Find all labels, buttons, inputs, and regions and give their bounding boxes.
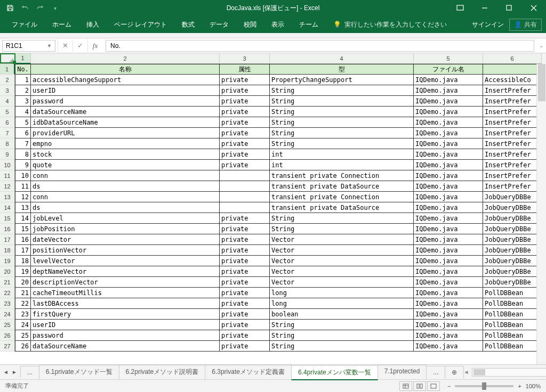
cell[interactable]: 22 [15,298,31,309]
horizontal-scrollbar[interactable] [472,368,546,377]
cell[interactable]: String [270,330,414,341]
cell[interactable]: dateVector [31,234,220,245]
cell[interactable]: IQDemo.java [414,341,483,352]
cell[interactable]: PollDBBean [483,320,542,330]
cell[interactable]: String [270,96,414,107]
cell[interactable]: int [270,160,414,170]
cell[interactable]: IQDemo.java [414,320,483,330]
cell[interactable]: 11 [15,181,31,192]
row-header[interactable]: 5 [0,107,15,117]
cell[interactable]: IQDemo.java [414,192,483,202]
cell[interactable]: private [220,128,270,138]
row-header[interactable]: 18 [0,245,15,256]
table-header-cell[interactable]: No. [15,64,31,75]
row-header[interactable]: 26 [0,330,15,341]
cell[interactable]: IQDemo.java [414,234,483,245]
cell[interactable]: IQDemo.java [414,330,483,341]
cell[interactable] [220,170,270,181]
cell[interactable]: stock [31,149,220,160]
cell[interactable]: jobLevel [31,213,220,224]
cell[interactable]: providerURL [31,128,220,138]
cell[interactable]: transient private Connection [270,170,414,181]
cell[interactable]: IQDemo.java [414,256,483,266]
cell[interactable]: Vector [270,266,414,277]
cell[interactable]: 2 [15,85,31,96]
row-header[interactable]: 22 [0,288,15,298]
cell[interactable]: PollDBBean [483,288,542,298]
cell[interactable]: 25 [15,330,31,341]
row-header[interactable]: 21 [0,277,15,288]
row-header[interactable]: 27 [0,341,15,352]
cell[interactable]: 6 [15,128,31,138]
tab-page-layout[interactable]: ページ レイアウト [107,16,174,33]
row-header[interactable]: 24 [0,309,15,320]
cell[interactable]: InsertPrefer [483,96,542,107]
sheet-nav-next[interactable]: ► [12,369,17,375]
cell[interactable]: String [270,320,414,330]
cell[interactable]: long [270,298,414,309]
cell[interactable]: IQDemo.java [414,245,483,256]
expand-formula-icon[interactable]: ⌄ [536,43,546,48]
cell[interactable]: 10 [15,170,31,181]
cell[interactable]: transient private Connection [270,192,414,202]
cell[interactable]: ds [31,202,220,213]
tell-me-search[interactable]: 💡 実行したい作業を入力してください [326,16,454,33]
redo-icon[interactable] [33,2,47,14]
cell[interactable]: String [270,128,414,138]
qat-customize-icon[interactable]: ▾ [48,2,62,14]
cell[interactable]: 17 [15,245,31,256]
cell[interactable]: IQDemo.java [414,288,483,298]
cell[interactable]: private [220,277,270,288]
cell[interactable]: JobQueryDBBe [483,234,542,245]
sheet-tab[interactable]: 7.1protected [378,365,427,380]
cell[interactable]: long [270,288,414,298]
tab-formulas[interactable]: 数式 [174,16,202,33]
cell[interactable]: private [220,309,270,320]
cell[interactable]: IQDemo.java [414,149,483,160]
cell[interactable]: String [270,85,414,96]
zoom-slider[interactable] [455,385,513,387]
cell[interactable]: JobQueryDBBe [483,202,542,213]
cell[interactable]: Vector [270,277,414,288]
sheet-tab[interactable]: 6.4privateメンバ変数一覧 [291,365,378,380]
cell[interactable]: 21 [15,288,31,298]
column-header[interactable]: 1 [15,53,31,64]
cell[interactable]: private [220,96,270,107]
cell[interactable]: IQDemo.java [414,160,483,170]
row-header[interactable]: 8 [0,138,15,149]
table-header-cell[interactable]: 名称 [31,64,220,75]
cell[interactable]: 3 [15,96,31,107]
cell[interactable]: IQDemo.java [414,117,483,128]
cell[interactable]: IQDemo.java [414,96,483,107]
cell[interactable]: IQDemo.java [414,138,483,149]
row-header[interactable]: 23 [0,298,15,309]
view-page-layout-icon[interactable] [413,381,426,391]
cell[interactable] [220,202,270,213]
cell[interactable]: private [220,298,270,309]
cell[interactable]: private [220,234,270,245]
cell[interactable]: 14 [15,213,31,224]
name-box[interactable]: R1C1 ▼ [2,40,55,52]
cell[interactable]: String [270,138,414,149]
cell[interactable]: IQDemo.java [414,277,483,288]
row-header[interactable]: 20 [0,266,15,277]
worksheet-grid[interactable]: 123456 123456789101112131415161718192021… [0,53,546,364]
cell[interactable]: dataSourceName [31,107,220,117]
cell[interactable]: accessibleChangeSupport [31,75,220,85]
cell[interactable]: PollDBBean [483,298,542,309]
cell[interactable]: IQDemo.java [414,181,483,192]
row-header[interactable]: 25 [0,320,15,330]
cell[interactable]: String [270,341,414,352]
zoom-in-button[interactable]: + [518,383,521,389]
cell[interactable]: idbDataSourceName [31,117,220,128]
cell[interactable]: private [220,341,270,352]
sheet-tab-ellipsis[interactable]: ... [20,366,39,378]
select-all-corner[interactable] [0,53,15,64]
view-page-break-icon[interactable] [427,381,440,391]
cell[interactable]: InsertPrefer [483,107,542,117]
cell[interactable]: 15 [15,224,31,234]
cell[interactable]: 23 [15,309,31,320]
cell[interactable]: 16 [15,234,31,245]
cell[interactable]: private [220,288,270,298]
cell[interactable]: private [220,330,270,341]
